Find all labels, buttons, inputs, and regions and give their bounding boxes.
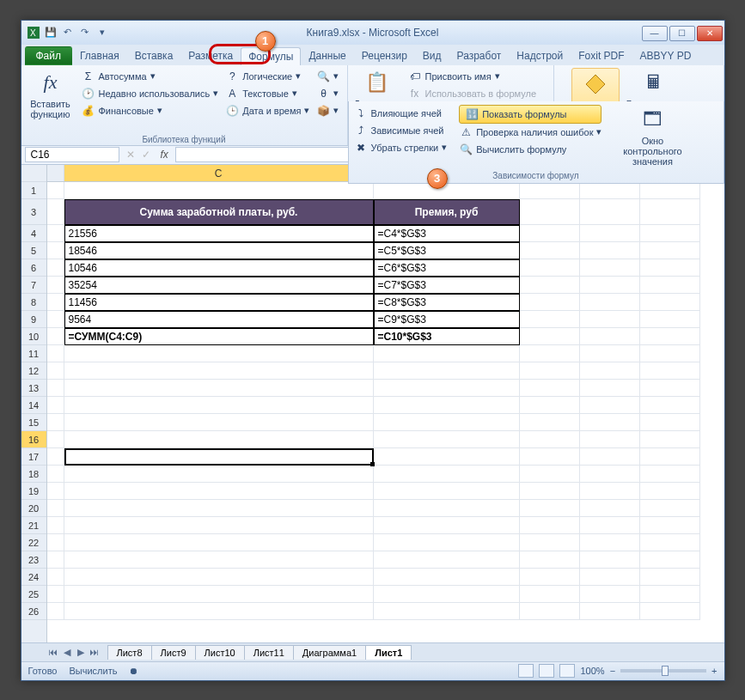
financial-button[interactable]: 💰Финансовые ▾ xyxy=(82,102,219,119)
sheet-tab[interactable]: Лист11 xyxy=(244,645,294,660)
cell-sum[interactable]: =СУММ(C4:C9) xyxy=(64,328,374,345)
text-button[interactable]: AТекстовые ▾ xyxy=(225,85,309,102)
maximize-button[interactable]: ☐ xyxy=(669,26,695,41)
row-header[interactable]: 9 xyxy=(21,311,46,328)
tab-addins[interactable]: Надстрой xyxy=(509,46,571,65)
view-layout-button[interactable] xyxy=(539,664,554,678)
zoom-level[interactable]: 100% xyxy=(580,666,604,676)
row-header[interactable]: 8 xyxy=(21,294,46,311)
col-header-c[interactable]: C xyxy=(64,165,374,181)
row-header[interactable]: 23 xyxy=(21,551,46,569)
trace-precedents-button[interactable]: ⤵Влияющие ячей xyxy=(354,105,448,122)
row-header[interactable]: 5 xyxy=(21,242,46,259)
sheet-nav-last-icon[interactable]: ⏭ xyxy=(89,647,101,658)
cell[interactable]: =C4*$G$3 xyxy=(374,225,520,242)
more-funcs-3[interactable]: 📦▾ xyxy=(316,102,339,119)
recent-button[interactable]: 🕑Недавно использовались ▾ xyxy=(82,85,219,102)
cell[interactable]: 35254 xyxy=(64,277,374,294)
sheet-nav-prev-icon[interactable]: ◀ xyxy=(61,647,73,658)
cell[interactable]: =C8*$G$3 xyxy=(374,294,520,311)
cell[interactable]: 18546 xyxy=(64,242,374,259)
cell[interactable]: =C6*$G$3 xyxy=(374,259,520,277)
row-header[interactable]: 18 xyxy=(21,466,46,483)
define-name-button[interactable]: 🏷Присвоить имя ▾ xyxy=(408,68,537,85)
cell[interactable]: 11456 xyxy=(64,294,374,311)
logical-button[interactable]: ?Логические ▾ xyxy=(225,68,309,85)
insert-function-button[interactable]: fx Вставить функцию xyxy=(27,68,75,121)
row-header[interactable]: 14 xyxy=(21,397,46,414)
sheet-nav-next-icon[interactable]: ▶ xyxy=(75,647,87,658)
select-all-corner[interactable] xyxy=(21,165,46,182)
sheet-tab[interactable]: Лист9 xyxy=(151,645,196,660)
tab-file[interactable]: Файл xyxy=(25,46,73,65)
row-header[interactable]: 15 xyxy=(21,414,46,431)
trace-dependents-button[interactable]: ⤴Зависимые ячей xyxy=(354,122,448,139)
sheet-tab[interactable]: Диаграмма1 xyxy=(293,645,366,660)
cell-grid[interactable]: Сумма заработной платы, руб.Премия, руб … xyxy=(47,182,724,620)
row-header[interactable]: 25 xyxy=(21,586,46,603)
cell[interactable]: =C9*$G$3 xyxy=(374,311,520,328)
header-salary[interactable]: Сумма заработной платы, руб. xyxy=(64,199,374,225)
tab-layout[interactable]: Разметка xyxy=(180,46,241,65)
view-pagebreak-button[interactable] xyxy=(559,664,575,678)
row-header[interactable]: 24 xyxy=(21,569,46,586)
save-icon[interactable]: 💾 xyxy=(44,26,58,40)
more-funcs-2[interactable]: θ▾ xyxy=(316,85,339,102)
worksheet[interactable]: 1 3 4 5 6 7 8 9 10 11 12 13 14 15 16 17 … xyxy=(21,165,724,642)
enter-icon[interactable]: ✓ xyxy=(138,149,154,161)
view-normal-button[interactable] xyxy=(518,664,534,678)
cell[interactable]: 21556 xyxy=(64,225,374,242)
autosum-button[interactable]: ΣАвтосумма ▾ xyxy=(82,68,219,85)
row-header[interactable]: 12 xyxy=(21,362,46,380)
undo-icon[interactable]: ↶ xyxy=(61,26,75,40)
row-header[interactable]: 19 xyxy=(21,483,46,500)
row-header[interactable]: 21 xyxy=(21,517,46,534)
tab-developer[interactable]: Разработ xyxy=(449,46,510,65)
zoom-slider[interactable] xyxy=(620,669,706,673)
row-header[interactable]: 4 xyxy=(21,225,46,242)
sheet-nav-first-icon[interactable]: ⏮ xyxy=(47,647,59,658)
cell[interactable]: 9564 xyxy=(64,311,374,328)
col-header[interactable] xyxy=(47,165,64,181)
redo-icon[interactable]: ↷ xyxy=(78,26,92,40)
cell[interactable]: 10546 xyxy=(64,259,374,277)
more-funcs-1[interactable]: 🔍▾ xyxy=(316,68,339,85)
use-in-formula-button[interactable]: fxИспользовать в формуле xyxy=(408,85,537,102)
cancel-icon[interactable]: ✕ xyxy=(123,149,138,161)
tab-home[interactable]: Главная xyxy=(72,46,127,65)
name-box[interactable]: C16 xyxy=(25,147,119,162)
remove-arrows-button[interactable]: ✖Убрать стрелки ▾ xyxy=(354,139,448,156)
tab-abbyy[interactable]: ABBYY PD xyxy=(632,46,699,65)
cell[interactable]: =C10*$G$3 xyxy=(374,328,520,345)
cell[interactable]: =C5*$G$3 xyxy=(374,242,520,259)
evaluate-formula-button[interactable]: 🔍Вычислить формулу xyxy=(459,141,601,158)
row-header[interactable]: 26 xyxy=(21,603,46,620)
close-button[interactable]: ✕ xyxy=(697,26,723,41)
sheet-tab[interactable]: Лист10 xyxy=(195,645,245,660)
tab-view[interactable]: Вид xyxy=(415,46,449,65)
zoom-out-icon[interactable]: − xyxy=(610,666,615,676)
tab-review[interactable]: Рецензир xyxy=(354,46,415,65)
minimize-button[interactable]: — xyxy=(642,26,668,41)
error-checking-button[interactable]: ⚠Проверка наличия ошибок ▾ xyxy=(459,124,601,141)
sheet-tab-active[interactable]: Лист1 xyxy=(365,645,412,660)
row-header[interactable]: 13 xyxy=(21,380,46,397)
zoom-in-icon[interactable]: + xyxy=(711,666,717,676)
row-header[interactable]: 6 xyxy=(21,259,46,277)
datetime-button[interactable]: 🕒Дата и время ▾ xyxy=(225,102,309,119)
row-header[interactable]: 10 xyxy=(21,328,46,345)
sheet-tab[interactable]: Лист8 xyxy=(107,645,152,660)
row-header[interactable]: 11 xyxy=(21,345,46,362)
tab-foxit[interactable]: Foxit PDF xyxy=(571,46,632,65)
tab-insert[interactable]: Вставка xyxy=(127,46,181,65)
header-bonus[interactable]: Премия, руб xyxy=(374,199,520,225)
row-header[interactable]: 20 xyxy=(21,500,46,517)
row-header[interactable]: 22 xyxy=(21,534,46,551)
fx-button-icon[interactable]: fx xyxy=(154,149,175,161)
macro-record-icon[interactable]: ⏺ xyxy=(129,666,138,676)
cell[interactable]: =C7*$G$3 xyxy=(374,277,520,294)
show-formulas-button[interactable]: 🔢Показать формулы xyxy=(459,105,601,124)
qat-dropdown-icon[interactable]: ▾ xyxy=(95,26,109,40)
row-header[interactable]: 3 xyxy=(21,199,46,225)
watch-window-button[interactable]: 🗔 Окно контрольного значения xyxy=(614,105,691,168)
